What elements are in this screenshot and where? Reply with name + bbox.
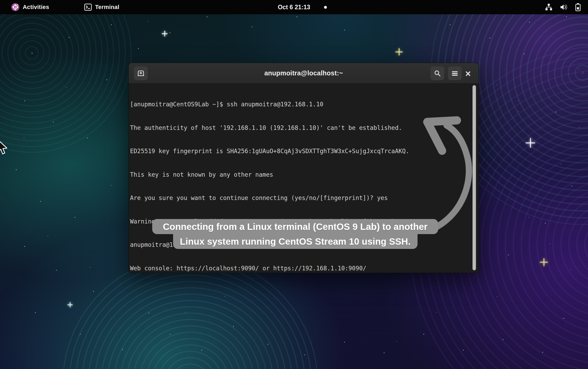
terminal-line: [anupmoitra@CentOS9Lab ~]$ ssh anupmoitr… — [130, 101, 472, 108]
app-menu-label: Terminal — [95, 4, 119, 11]
terminal-app-icon — [84, 3, 92, 11]
close-button[interactable]: × — [461, 66, 475, 80]
search-button[interactable] — [430, 66, 444, 80]
battery-icon — [575, 3, 581, 11]
annotation-caption: Connecting from a Linux terminal (CentOS… — [152, 219, 438, 249]
caption-line-1: Connecting from a Linux terminal (CentOS… — [152, 219, 438, 234]
star-glint — [395, 48, 403, 56]
system-status-area[interactable] — [545, 0, 588, 14]
clock[interactable]: Oct 6 21:13 — [278, 0, 310, 14]
star-glint — [162, 31, 168, 37]
window-title: anupmoitra@localhost:~ — [129, 69, 479, 77]
network-wired-icon — [545, 3, 553, 11]
volume-icon — [559, 3, 568, 11]
new-tab-button[interactable] — [134, 66, 148, 80]
app-menu-terminal[interactable]: Terminal — [80, 0, 123, 14]
activities-label: Activities — [23, 4, 49, 11]
new-tab-icon — [137, 70, 145, 77]
menu-button[interactable] — [448, 66, 462, 80]
terminal-line: Web console: https://localhost:9090/ or … — [130, 265, 472, 272]
terminal-line: This key is not known by any other names — [130, 171, 472, 179]
wallpaper-ripple — [0, 0, 132, 153]
caption-line-2: Linux system running CentOS Stream 10 us… — [173, 234, 418, 249]
star-glint — [526, 138, 535, 148]
search-icon — [434, 70, 441, 77]
hamburger-menu-icon — [452, 71, 458, 76]
terminal-line: Are you sure you want to continue connec… — [130, 194, 472, 202]
star-glint — [67, 302, 73, 307]
notification-dot — [324, 6, 327, 9]
top-bar: Activities Terminal Oct 6 21:13 — [0, 0, 588, 14]
terminal-line: ED25519 key fingerprint is SHA256:1gUAuO… — [130, 147, 472, 155]
scrollbar[interactable] — [473, 85, 476, 270]
terminal-line: The authenticity of host '192.168.1.10 (… — [130, 124, 472, 132]
activities-button[interactable]: Activities — [7, 0, 53, 14]
close-icon: × — [465, 69, 471, 78]
star-glint — [540, 258, 548, 266]
window-titlebar[interactable]: anupmoitra@localhost:~ × — [129, 63, 479, 84]
distro-logo-icon — [11, 3, 20, 11]
